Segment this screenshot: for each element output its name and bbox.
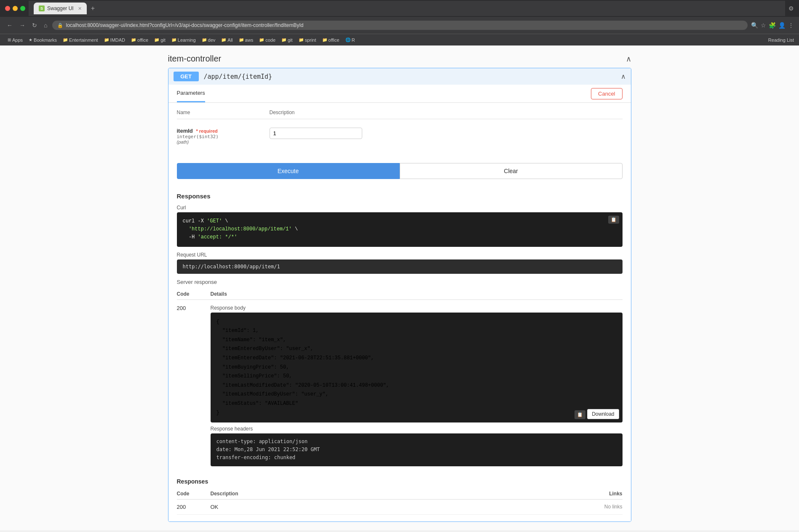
code-header: Code <box>177 291 211 297</box>
responses-table-title: Responses <box>177 478 623 485</box>
response-detail: Response body { "itemId": 1, "itemName":… <box>211 305 623 466</box>
nav-bar: ← → ↻ ⌂ 🔒 localhost:8000/swagger-ui/inde… <box>0 17 799 34</box>
browser-tab[interactable]: S Swagger UI ✕ <box>34 3 87 14</box>
address-text: localhost:8000/swagger-ui/index.html?con… <box>66 22 303 28</box>
method-badge: GET <box>174 72 199 81</box>
bookmark-apps[interactable]: ⊞ Apps <box>5 37 25 43</box>
bookmark-all[interactable]: 📁 All <box>219 37 235 43</box>
resp-code-header: Code <box>177 491 211 497</box>
bookmark-dev[interactable]: 📁 dev <box>199 37 218 43</box>
window-controls-right: ⚙ <box>788 5 794 12</box>
bookmark-aws[interactable]: 📁 aws <box>236 37 256 43</box>
bookmark-git-1[interactable]: 📁 git <box>152 37 168 43</box>
header-transfer-encoding: transfer-encoding: chunked <box>216 454 617 462</box>
search-icon[interactable]: 🔍 <box>751 22 758 29</box>
name-header: Name <box>177 110 270 115</box>
bookmark-learning[interactable]: 📁 Learning <box>169 37 198 43</box>
menu-icon[interactable]: ⋮ <box>788 22 794 29</box>
new-tab-button[interactable]: + <box>88 4 97 13</box>
close-tab-btn[interactable]: ✕ <box>78 6 82 11</box>
bookmarks-bar: ⊞ Apps ★ Bookmarks 📁 Entertainment 📁 IMD… <box>0 34 799 45</box>
curl-code-block: curl -X 'GET' \ 'http://localhost:8000/a… <box>177 212 623 247</box>
param-location: (path) <box>177 139 270 144</box>
star-icon[interactable]: ☆ <box>761 22 766 29</box>
response-copy-button[interactable]: 📋 <box>575 410 585 419</box>
param-input-col <box>270 128 623 144</box>
minimize-window-btn[interactable] <box>13 6 18 11</box>
close-window-btn[interactable] <box>5 6 10 11</box>
endpoint-chevron-icon: ∧ <box>621 72 626 80</box>
param-name-col: itemId * required integer($int32) (path) <box>177 128 270 144</box>
param-row-itemid: itemId * required integer($int32) (path) <box>177 123 623 150</box>
response-headers-label: Response headers <box>211 426 623 432</box>
endpoint-body: Parameters Cancel Name Description itemI… <box>168 85 631 521</box>
forward-button[interactable]: → <box>18 20 27 30</box>
endpoint-header-left: GET /app/item/{itemId} <box>174 72 273 81</box>
request-url-box: http://localhost:8000/app/item/1 <box>177 259 623 274</box>
request-url-section: Request URL http://localhost:8000/app/it… <box>177 252 623 274</box>
execute-button[interactable]: Execute <box>177 163 400 179</box>
clear-button[interactable]: Clear <box>400 163 623 179</box>
response-headers-block: content-type: application/json date: Mon… <box>211 433 623 466</box>
back-button[interactable]: ← <box>5 20 14 30</box>
page-content: item-controller ∧ GET /app/item/{itemId}… <box>0 45 799 530</box>
tab-favicon: S <box>39 5 45 11</box>
endpoint-header[interactable]: GET /app/item/{itemId} ∧ <box>168 68 631 85</box>
nav-actions: 🔍 ☆ 🧩 👤 ⋮ <box>751 22 794 29</box>
controller-header: item-controller ∧ <box>168 54 631 64</box>
browser-chrome: S Swagger UI ✕ + ⚙ ← → ↻ ⌂ 🔒 localhost:8… <box>0 0 799 45</box>
execute-row: Execute Clear <box>168 156 631 186</box>
resp-table-header: Code Description Links <box>177 488 623 500</box>
responses-table-section: Responses Code Description Links 200 OK … <box>177 478 623 515</box>
bookmark-entertainment[interactable]: 📁 Entertainment <box>60 37 100 43</box>
request-url-label: Request URL <box>177 252 623 258</box>
params-table-header: Name Description <box>177 110 623 119</box>
curl-label: Curl <box>177 205 623 211</box>
download-button[interactable]: Download <box>587 409 619 419</box>
bookmark-git-2[interactable]: 📁 git <box>279 37 295 43</box>
traffic-lights <box>5 6 25 11</box>
curl-copy-button[interactable]: 📋 <box>608 216 619 224</box>
controller-title: item-controller <box>168 54 222 64</box>
bookmark-r[interactable]: 🌐 R <box>343 37 358 43</box>
extensions-icon[interactable]: 🧩 <box>769 22 776 29</box>
resp-row-links: No links <box>572 504 623 510</box>
responses-section: Responses Curl curl -X 'GET' \ 'http://l… <box>168 186 631 521</box>
bookmark-imdad[interactable]: 📁 IMDAD <box>102 37 128 43</box>
bookmark-bookmarks[interactable]: ★ Bookmarks <box>26 37 59 43</box>
bookmark-code[interactable]: 📁 code <box>257 37 278 43</box>
server-response-title: Server response <box>177 279 623 285</box>
header-content-type: content-type: application/json <box>216 438 617 446</box>
collapse-controller-btn[interactable]: ∧ <box>626 54 631 64</box>
curl-section: Curl curl -X 'GET' \ 'http://localhost:8… <box>177 205 623 247</box>
tab-title: Swagger UI <box>47 5 74 11</box>
param-name-value: itemId * required <box>177 128 270 134</box>
bookmark-office-2[interactable]: 📁 office <box>320 37 342 43</box>
response-code-200: 200 <box>177 305 211 311</box>
bookmark-office-1[interactable]: 📁 office <box>128 37 151 43</box>
itemid-input[interactable] <box>270 128 362 139</box>
resp-row-code: 200 <box>177 504 211 510</box>
params-nav: Parameters Cancel <box>168 85 631 103</box>
responses-title: Responses <box>177 192 623 200</box>
reading-list[interactable]: Reading List <box>768 37 794 43</box>
header-date: date: Mon,28 Jun 2021 22:52:20 GMT <box>216 446 617 454</box>
reload-button[interactable]: ↻ <box>30 20 39 30</box>
desc-header: Description <box>270 110 623 115</box>
bookmark-sprint[interactable]: 📁 sprint <box>296 37 319 43</box>
resp-links-header: Links <box>572 491 623 497</box>
swagger-container: item-controller ∧ GET /app/item/{itemId}… <box>168 54 631 522</box>
lock-icon: 🔒 <box>57 23 63 28</box>
cancel-button[interactable]: Cancel <box>591 88 622 99</box>
response-body-label: Response body <box>211 305 623 311</box>
profile-icon[interactable]: 👤 <box>778 22 786 29</box>
fullscreen-window-btn[interactable] <box>20 6 25 11</box>
title-bar: S Swagger UI ✕ + ⚙ <box>0 0 799 17</box>
endpoint-path: /app/item/{itemId} <box>204 73 273 80</box>
parameters-tab[interactable]: Parameters <box>177 85 205 102</box>
address-bar[interactable]: 🔒 localhost:8000/swagger-ui/index.html?c… <box>52 21 748 30</box>
endpoint-block: GET /app/item/{itemId} ∧ Parameters Canc… <box>168 68 631 522</box>
response-row-200: 200 Response body { "itemId": 1, "itemNa… <box>177 300 623 471</box>
home-button[interactable]: ⌂ <box>42 20 49 30</box>
resp-row-desc: OK <box>211 504 572 510</box>
